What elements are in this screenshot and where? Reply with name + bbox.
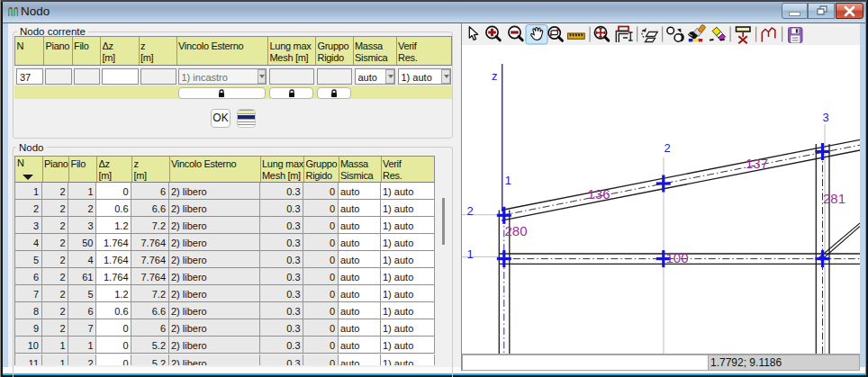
svg-text:2: 2 (665, 141, 671, 155)
svg-text:1: 1 (467, 247, 474, 261)
svg-text:280: 280 (505, 223, 528, 238)
svg-text:1: 1 (505, 174, 511, 187)
svg-text:136: 136 (588, 186, 610, 202)
svg-text:137: 137 (746, 156, 768, 171)
svg-text:z: z (492, 69, 498, 83)
svg-text:100: 100 (666, 250, 689, 265)
svg-text:3: 3 (822, 111, 828, 124)
svg-text:281: 281 (823, 191, 845, 206)
svg-text:2: 2 (467, 204, 474, 218)
